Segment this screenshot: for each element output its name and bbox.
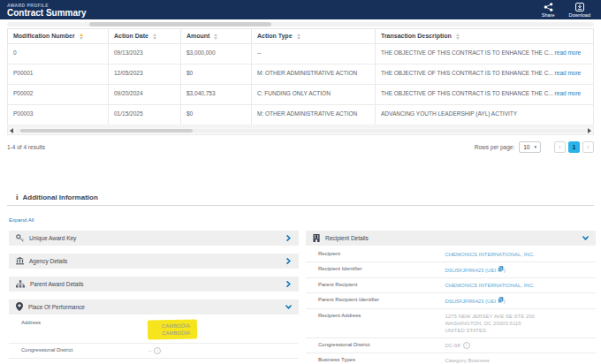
rows-per-page-label: Rows per page:	[475, 144, 515, 150]
table-row: 0 09/13/2023 $3,000,000 -- THE OBJECTIVE…	[8, 43, 594, 64]
chevron-down-icon	[285, 304, 292, 310]
parent-recipient-identifier-row: Parent Recipient Identifier DSU5FJFR6423…	[306, 293, 596, 309]
page-banner: AWARD PROFILE Contract Summary Share Dow…	[0, 0, 601, 19]
recipient-identifier-row: Recipient Identifier DSU5FJFR6423 (UEI )	[306, 262, 596, 278]
sort-icon-action-type[interactable]	[297, 34, 300, 40]
building-icon	[313, 234, 320, 242]
business-types-row: Business Types Category Business Corpora…	[306, 353, 596, 364]
table-header-row: Modification Number Action Date Amount A…	[8, 29, 594, 44]
bank-icon	[16, 257, 24, 265]
chevron-down-icon: ▾	[534, 144, 536, 149]
recipient-identifier-value: DSU5FJFR6423 (UEI )	[445, 266, 505, 274]
chevron-right-icon: ›	[587, 144, 589, 150]
accordion-recipient-details[interactable]: Recipient Details	[306, 231, 596, 246]
table-top-scrollbar-thumb[interactable]	[89, 22, 271, 27]
rows-per-page-select[interactable]: 10 ▾	[519, 141, 541, 153]
results-summary: 1-4 of 4 results	[7, 144, 45, 150]
column-header-action-date[interactable]: Action Date	[109, 29, 181, 44]
expand-all-link[interactable]: Expand All	[9, 217, 34, 223]
parent-recipient-row: Parent Recipient CHEMONICS INTERNATIONAL…	[306, 278, 596, 293]
share-icon	[544, 3, 553, 11]
column-header-action-type[interactable]: Action Type	[252, 29, 376, 44]
parent-recipient-identifier-value: DSU5FJFR6423 (UEI )	[445, 297, 505, 305]
sort-icon-amount[interactable]	[214, 34, 217, 40]
sort-icon-modification-number[interactable]	[80, 34, 83, 40]
recipient-address-row: Recipient Address 1275 NEW JERSEY AVE SE…	[306, 309, 596, 338]
results-row: 1-4 of 4 results Rows per page: 10 ▾ ‹ 1…	[7, 141, 594, 153]
recipient-details-panel: Recipient CHEMONICS INTERNATIONAL, INC. …	[306, 247, 596, 364]
recipient-address-value: 1275 NEW JERSEY AVE SE STE 200 WASHINGTO…	[445, 313, 535, 334]
address-value-highlighted: CAMBODIA CAMBODIA	[148, 319, 197, 339]
additional-information-header: i Additional Information	[7, 193, 594, 206]
business-types-value: Category Business Corporate Entity Not T…	[445, 357, 523, 364]
chevron-left-icon: ‹	[559, 144, 560, 150]
scroll-left-arrow[interactable]	[10, 128, 13, 133]
table-bottom-scrollbar[interactable]	[7, 126, 594, 135]
chevron-right-icon	[285, 258, 292, 264]
copy-icon[interactable]	[498, 297, 504, 303]
read-more-link[interactable]: read more	[555, 49, 582, 56]
pagination-controls: Rows per page: 10 ▾ ‹ 1 ›	[475, 141, 594, 153]
previous-page-button[interactable]: ‹	[554, 141, 566, 153]
chevron-down-icon	[582, 235, 589, 241]
next-page-button[interactable]: ›	[582, 141, 594, 153]
read-more-link[interactable]: read more	[555, 70, 582, 76]
transactions-table-section: Modification Number Action Date Amount A…	[7, 22, 594, 135]
banner-titles: AWARD PROFILE Contract Summary	[7, 3, 86, 18]
accordion-unique-award-key[interactable]: Unique Award Key	[9, 231, 299, 246]
congressional-district-label: Congressional District	[9, 347, 148, 353]
banner-actions: Share Download	[542, 3, 590, 18]
right-column: Recipient Details Recipient CHEMONICS IN…	[306, 231, 596, 364]
table-top-scrollbar[interactable]	[7, 22, 594, 27]
scroll-right-arrow[interactable]	[588, 128, 591, 133]
transactions-table: Modification Number Action Date Amount A…	[7, 28, 594, 125]
recipient-row: Recipient CHEMONICS INTERNATIONAL, INC.	[306, 247, 596, 262]
download-label: Download	[569, 12, 590, 18]
accordion-parent-award-details[interactable]: Parent Award Details	[9, 277, 299, 292]
read-more-link[interactable]: read more	[555, 90, 582, 96]
pager: ‹ 1 ›	[554, 141, 594, 153]
key-icon	[16, 234, 24, 242]
congressional-district-value: --i	[148, 347, 161, 354]
address-label: Address	[9, 320, 148, 325]
additional-information-title: Additional Information	[23, 193, 98, 201]
table-bottom-scrollbar-track[interactable]	[15, 129, 588, 133]
recipient-congressional-district-row: Congressional District DC-98i	[306, 338, 596, 353]
address-row: Address CAMBODIA CAMBODIA	[9, 316, 299, 344]
copy-icon[interactable]	[498, 266, 504, 272]
accordion-place-of-performance[interactable]: Place Of Performance	[9, 300, 299, 315]
chevron-right-icon	[285, 281, 292, 287]
chevron-right-icon	[285, 235, 292, 241]
parent-recipient-link[interactable]: CHEMONICS INTERNATIONAL, INC.	[445, 282, 534, 289]
info-icon[interactable]: i	[154, 347, 161, 354]
additional-information-columns: Unique Award Key Agency Details Parent A…	[9, 231, 596, 364]
table-row: P00001 12/05/2023 $0 M: OTHER ADMINISTRA…	[8, 64, 594, 84]
map-marker-icon	[16, 302, 23, 311]
info-icon[interactable]: i	[463, 342, 470, 349]
sitemap-icon	[16, 280, 25, 288]
table-row: P00002 09/20/2024 $3,040,753 C: FUNDING …	[8, 84, 594, 104]
place-of-performance-panel: Address CAMBODIA CAMBODIA Congressional …	[9, 316, 299, 359]
congressional-district-row: Congressional District --i	[9, 344, 299, 359]
recipient-congressional-district-value: DC-98i	[445, 342, 469, 349]
column-header-amount[interactable]: Amount	[181, 29, 252, 44]
left-column: Unique Award Key Agency Details Parent A…	[9, 231, 299, 364]
download-icon	[575, 3, 584, 11]
table-row: P00003 01/15/2025 $0 M: OTHER ADMINISTRA…	[8, 104, 594, 125]
info-icon: i	[16, 193, 19, 201]
accordion-agency-details[interactable]: Agency Details	[9, 254, 299, 269]
table-bottom-scrollbar-thumb[interactable]	[20, 129, 192, 133]
download-button[interactable]: Download	[569, 3, 590, 18]
column-header-transaction-description[interactable]: Transaction Description	[376, 29, 594, 44]
sort-icon-transaction-description[interactable]	[456, 34, 460, 40]
column-header-modification-number[interactable]: Modification Number	[8, 29, 109, 44]
page-title: Contract Summary	[7, 8, 86, 18]
share-label: Share	[542, 12, 555, 18]
page-1-button[interactable]: 1	[568, 141, 580, 153]
share-button[interactable]: Share	[542, 3, 555, 18]
recipient-link[interactable]: CHEMONICS INTERNATIONAL, INC.	[445, 251, 534, 258]
sort-icon-action-date[interactable]	[153, 34, 156, 40]
